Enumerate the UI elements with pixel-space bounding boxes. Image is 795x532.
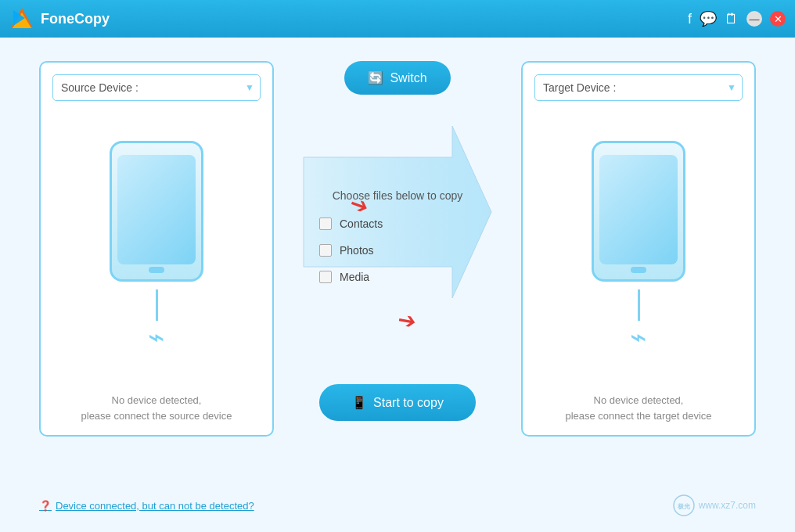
source-phone-body (110, 141, 203, 282)
start-copy-label: Start to copy (373, 396, 444, 410)
app-logo (9, 6, 34, 31)
target-usb-symbol: ⌁ (630, 321, 647, 353)
source-select-wrapper: Source Device : ▼ (52, 74, 261, 101)
start-copy-icon: 📱 (351, 395, 367, 410)
target-device-status: No device detected, please connect the t… (565, 393, 711, 423)
source-device-panel: Source Device : ▼ ⌁ No device detected, … (39, 61, 274, 437)
app-title: FoneCopy (41, 11, 110, 27)
titlebar: FoneCopy f 💬 🗒 — ✕ (0, 0, 795, 38)
source-device-status: No device detected, please connect the s… (81, 393, 232, 423)
help-text: Device connected, but can not be detecte… (56, 500, 254, 512)
target-usb-cable (638, 289, 640, 321)
help-link[interactable]: ❓ Device connected, but can not be detec… (39, 500, 254, 512)
source-phone-illustration: ⌁ (110, 120, 203, 373)
source-usb-cable (156, 289, 158, 321)
photos-label: Photos (340, 244, 374, 257)
file-options: Choose files below to copy Contacts Phot… (296, 174, 499, 313)
watermark-logo: 极光 (673, 494, 695, 516)
target-device-panel: Target Device : ▼ ⌁ No device detected, … (521, 61, 756, 437)
titlebar-controls: f 💬 🗒 — ✕ (688, 10, 786, 27)
middle-section: 🔄 Switch ➔ ➔ (288, 61, 507, 421)
footer: ❓ Device connected, but can not be detec… (39, 487, 756, 516)
photos-option[interactable]: Photos (319, 244, 476, 257)
source-usb-icon: ⌁ (148, 289, 165, 354)
start-copy-button[interactable]: 📱 Start to copy (319, 384, 476, 421)
contacts-checkbox[interactable] (319, 217, 332, 230)
chat-icon[interactable]: 💬 (700, 10, 717, 27)
media-option[interactable]: Media (319, 271, 476, 283)
source-phone-screen (117, 155, 196, 264)
photos-checkbox[interactable] (319, 244, 332, 257)
source-usb-symbol: ⌁ (148, 321, 165, 353)
choose-files-label: Choose files below to copy (319, 189, 476, 202)
media-label: Media (340, 271, 369, 283)
watermark: 极光 www.xz7.com (673, 494, 756, 516)
target-phone-illustration: ⌁ (592, 120, 685, 373)
arrow-background: ➔ ➔ Choose files below to copy Contacts … (296, 110, 499, 376)
contacts-option[interactable]: Contacts (319, 217, 476, 230)
facebook-icon[interactable]: f (688, 11, 692, 27)
source-device-select[interactable]: Source Device : (52, 74, 261, 101)
content-row: Source Device : ▼ ⌁ No device detected, … (39, 61, 756, 487)
close-button[interactable]: ✕ (770, 11, 786, 27)
svg-text:极光: 极光 (677, 503, 690, 510)
titlebar-left: FoneCopy (9, 6, 110, 31)
source-phone-home (149, 267, 164, 273)
feedback-icon[interactable]: 🗒 (725, 11, 739, 27)
target-select-wrapper: Target Device : ▼ (534, 74, 743, 101)
target-device-select[interactable]: Target Device : (534, 74, 743, 101)
minimize-button[interactable]: — (746, 11, 762, 27)
switch-label: Switch (390, 71, 426, 85)
switch-icon: 🔄 (368, 70, 383, 85)
switch-button[interactable]: 🔄 Switch (344, 61, 450, 95)
target-usb-icon: ⌁ (630, 289, 647, 354)
target-phone-body (592, 141, 685, 282)
target-phone-home (631, 267, 646, 273)
main-content: Source Device : ▼ ⌁ No device detected, … (0, 38, 795, 532)
media-checkbox[interactable] (319, 271, 332, 283)
help-icon: ❓ (39, 500, 52, 512)
watermark-text: www.xz7.com (699, 500, 756, 511)
target-phone-screen (599, 155, 678, 264)
